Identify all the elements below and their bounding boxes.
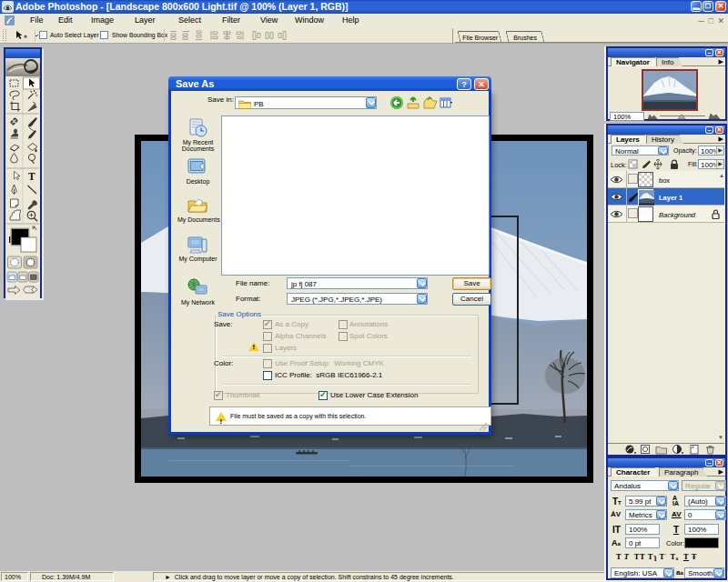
svg-text:T: T (28, 171, 35, 182)
